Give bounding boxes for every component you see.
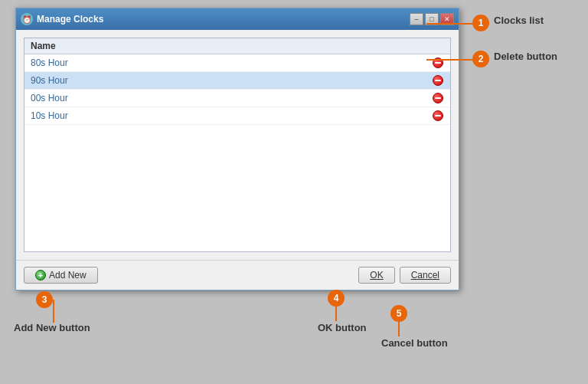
annotation-label-4: OK button: [318, 322, 367, 333]
annotation-line-1: [426, 23, 474, 25]
column-header-name: Name: [31, 41, 56, 51]
dialog-title: Manage Clocks: [37, 14, 103, 25]
annotation-line-3: [53, 300, 54, 323]
annotation-label-2: Delete button: [494, 51, 557, 62]
list-row[interactable]: 00s Hour: [24, 90, 450, 107]
annotation-bubble-4: 4: [328, 290, 345, 307]
clocks-list[interactable]: Name 80s Hour90s Hour00s Hour10s Hour: [24, 38, 451, 252]
dialog-footer: + Add New OK Cancel: [16, 260, 459, 290]
add-new-label: Add New: [49, 270, 87, 281]
annotation-label-5: Cancel button: [381, 337, 448, 349]
delete-icon-4[interactable]: [432, 110, 444, 122]
app-icon: ⏰: [21, 13, 33, 25]
ok-label: OK: [370, 270, 383, 281]
footer-right-buttons: OK Cancel: [358, 267, 451, 284]
add-new-button[interactable]: + Add New: [24, 267, 98, 284]
delete-icon-3[interactable]: [432, 92, 444, 104]
annotation-line-2: [426, 59, 474, 61]
clock-name-4: 10s Hour: [31, 110, 68, 121]
title-bar: ⏰ Manage Clocks – □ ✕: [16, 8, 459, 30]
annotation-label-3: Add New button: [14, 322, 90, 333]
annotation-bubble-5: 5: [390, 305, 407, 322]
list-row[interactable]: 90s Hour: [24, 72, 450, 90]
manage-clocks-dialog: ⏰ Manage Clocks – □ ✕ Name 80s Hour90s H…: [15, 8, 459, 290]
delete-icon-2[interactable]: [432, 74, 444, 87]
list-row[interactable]: 10s Hour: [24, 107, 450, 125]
annotation-line-4: [335, 306, 337, 321]
clock-name-3: 00s Hour: [31, 93, 68, 103]
add-icon: +: [35, 270, 46, 281]
clock-name-1: 80s Hour: [31, 57, 68, 68]
annotation-bubble-3: 3: [36, 291, 53, 308]
minimize-button[interactable]: –: [410, 13, 423, 25]
cancel-label: Cancel: [411, 270, 439, 281]
dialog-content: Name 80s Hour90s Hour00s Hour10s Hour: [16, 30, 459, 260]
clock-name-2: 90s Hour: [31, 75, 68, 86]
annotation-bubble-2: 2: [472, 51, 489, 67]
list-header: Name: [24, 38, 450, 54]
list-row[interactable]: 80s Hour: [24, 54, 450, 72]
annotation-line-5: [398, 321, 400, 336]
cancel-button[interactable]: Cancel: [400, 267, 451, 284]
annotation-label-1: Clocks list: [494, 15, 544, 26]
ok-button[interactable]: OK: [358, 267, 394, 284]
list-rows-container: 80s Hour90s Hour00s Hour10s Hour: [24, 54, 450, 125]
annotation-bubble-1: 1: [472, 15, 489, 31]
title-bar-left: ⏰ Manage Clocks: [21, 13, 103, 25]
